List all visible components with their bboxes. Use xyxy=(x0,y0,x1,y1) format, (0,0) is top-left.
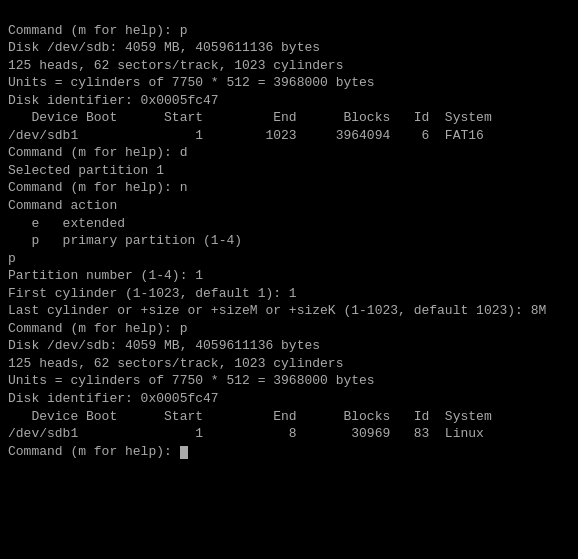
terminal-cursor xyxy=(180,446,188,459)
terminal-line: Units = cylinders of 7750 * 512 = 396800… xyxy=(8,372,570,390)
terminal-line: Command action xyxy=(8,197,570,215)
terminal-line: Units = cylinders of 7750 * 512 = 396800… xyxy=(8,74,570,92)
terminal-window: const data = JSON.parse(document.getElem… xyxy=(8,4,570,478)
terminal-line: Disk identifier: 0x0005fc47 xyxy=(8,390,570,408)
terminal-line: e extended xyxy=(8,215,570,233)
terminal-line: Device Boot Start End Blocks Id System xyxy=(8,408,570,426)
terminal-line: Partition number (1-4): 1 xyxy=(8,267,570,285)
terminal-line: /dev/sdb1 1 1023 3964094 6 FAT16 xyxy=(8,127,570,145)
terminal-line: 125 heads, 62 sectors/track, 1023 cylind… xyxy=(8,57,570,75)
terminal-line: Command (m for help): n xyxy=(8,179,570,197)
terminal-line: Command (m for help): p xyxy=(8,320,570,338)
terminal-line: 125 heads, 62 sectors/track, 1023 cylind… xyxy=(8,355,570,373)
terminal-line: /dev/sdb1 1 8 30969 83 Linux xyxy=(8,425,570,443)
terminal-line: Selected partition 1 xyxy=(8,162,570,180)
terminal-line: Disk /dev/sdb: 4059 MB, 4059611136 bytes xyxy=(8,337,570,355)
terminal-line: Command (m for help): xyxy=(8,443,570,461)
terminal-line: Disk identifier: 0x0005fc47 xyxy=(8,92,570,110)
terminal-line: Command (m for help): p xyxy=(8,22,570,40)
terminal-line: Last cylinder or +size or +sizeM or +siz… xyxy=(8,302,570,320)
terminal-line: p xyxy=(8,250,570,268)
terminal-line: Command (m for help): d xyxy=(8,144,570,162)
terminal-line: Disk /dev/sdb: 4059 MB, 4059611136 bytes xyxy=(8,39,570,57)
terminal-line: First cylinder (1-1023, default 1): 1 xyxy=(8,285,570,303)
terminal-line: Device Boot Start End Blocks Id System xyxy=(8,109,570,127)
terminal-line: p primary partition (1-4) xyxy=(8,232,570,250)
